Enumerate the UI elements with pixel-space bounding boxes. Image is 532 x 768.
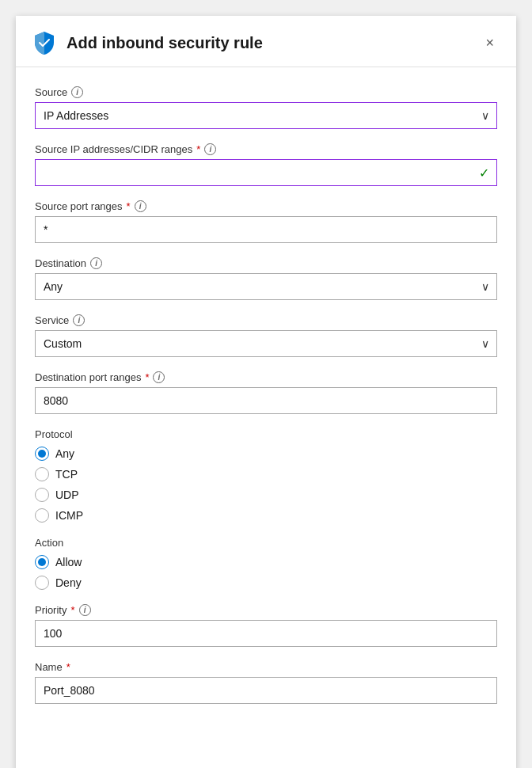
source-info-icon[interactable]: i [71, 86, 83, 98]
source-ip-check-icon: ✓ [479, 165, 489, 181]
protocol-any-label: Any [55, 447, 74, 460]
protocol-udp-item[interactable]: UDP [35, 488, 497, 502]
dest-port-input-wrapper [35, 387, 497, 414]
protocol-tcp-label: TCP [55, 468, 78, 481]
panel-header: Add inbound security rule × [16, 16, 516, 67]
action-allow-item[interactable]: Allow [35, 555, 497, 569]
dest-port-group: Destination port ranges * i [35, 371, 497, 414]
destination-select-wrapper: Any IP Addresses Service Tag Application… [35, 273, 497, 300]
source-group: Source i IP Addresses Any Service Tag Ap… [35, 86, 497, 129]
protocol-tcp-radio[interactable] [35, 467, 49, 481]
protocol-icmp-radio[interactable] [35, 508, 49, 523]
protocol-udp-label: UDP [55, 489, 79, 501]
protocol-any-radio[interactable] [35, 447, 49, 461]
dest-port-info-icon[interactable]: i [153, 371, 165, 383]
action-allow-label: Allow [55, 556, 82, 568]
action-radio-group: Allow Deny [35, 555, 497, 590]
name-label: Name * [35, 661, 497, 673]
dest-port-label: Destination port ranges * i [35, 371, 497, 383]
destination-label: Destination i [35, 257, 497, 269]
priority-label: Priority * i [35, 604, 497, 616]
service-select-wrapper: Custom HTTP HTTPS SSH RDP ∨ [35, 330, 497, 357]
action-deny-radio[interactable] [35, 576, 49, 590]
action-deny-item[interactable]: Deny [35, 576, 497, 590]
service-info-icon[interactable]: i [73, 314, 85, 326]
source-port-required: * [127, 200, 131, 212]
title-group: Add inbound security rule [32, 30, 263, 55]
protocol-icmp-label: ICMP [55, 509, 83, 522]
destination-group: Destination i Any IP Addresses Service T… [35, 257, 497, 300]
priority-required: * [70, 604, 74, 616]
service-label: Service i [35, 314, 497, 326]
source-ip-info-icon[interactable]: i [204, 143, 216, 155]
protocol-any-item[interactable]: Any [35, 447, 497, 461]
protocol-icmp-item[interactable]: ICMP [35, 508, 497, 523]
source-port-info-icon[interactable]: i [135, 200, 146, 212]
protocol-radio-group: Any TCP UDP ICMP [35, 447, 497, 523]
protocol-group: Protocol Any TCP UDP ICMP [35, 428, 497, 523]
source-select-wrapper: IP Addresses Any Service Tag Application… [35, 102, 497, 129]
dest-port-required: * [145, 371, 149, 383]
panel: Add inbound security rule × Source i IP … [16, 16, 516, 768]
panel-body: Source i IP Addresses Any Service Tag Ap… [16, 67, 516, 768]
source-ip-group: Source IP addresses/CIDR ranges * i ✓ [35, 143, 497, 186]
action-deny-label: Deny [55, 576, 82, 589]
source-ip-input[interactable] [35, 159, 497, 186]
dest-port-input[interactable] [35, 387, 497, 414]
source-port-input-wrapper [35, 216, 497, 243]
name-input-wrapper [35, 677, 497, 704]
source-port-group: Source port ranges * i [35, 200, 497, 243]
name-input[interactable] [35, 677, 497, 704]
source-select[interactable]: IP Addresses Any Service Tag Application… [35, 102, 497, 129]
source-ip-label: Source IP addresses/CIDR ranges * i [35, 143, 497, 155]
protocol-label: Protocol [35, 428, 497, 440]
action-allow-radio[interactable] [35, 555, 49, 569]
panel-title: Add inbound security rule [66, 34, 263, 52]
service-select[interactable]: Custom HTTP HTTPS SSH RDP [35, 330, 497, 357]
action-group: Action Allow Deny [35, 537, 497, 590]
source-port-label: Source port ranges * i [35, 200, 497, 212]
destination-select[interactable]: Any IP Addresses Service Tag Application… [35, 273, 497, 300]
priority-group: Priority * i [35, 604, 497, 647]
priority-info-icon[interactable]: i [79, 604, 91, 616]
protocol-tcp-item[interactable]: TCP [35, 467, 497, 481]
source-ip-required: * [196, 143, 200, 155]
source-label: Source i [35, 86, 497, 98]
source-ip-input-wrapper: ✓ [35, 159, 497, 186]
protocol-udp-radio[interactable] [35, 488, 49, 502]
azure-shield-icon [32, 30, 57, 55]
destination-info-icon[interactable]: i [90, 257, 102, 269]
priority-input[interactable] [35, 620, 497, 647]
close-button[interactable]: × [479, 32, 500, 53]
service-group: Service i Custom HTTP HTTPS SSH RDP ∨ [35, 314, 497, 357]
source-port-input[interactable] [35, 216, 497, 243]
name-group: Name * [35, 661, 497, 704]
action-label: Action [35, 537, 497, 549]
name-required: * [66, 661, 70, 673]
priority-input-wrapper [35, 620, 497, 647]
